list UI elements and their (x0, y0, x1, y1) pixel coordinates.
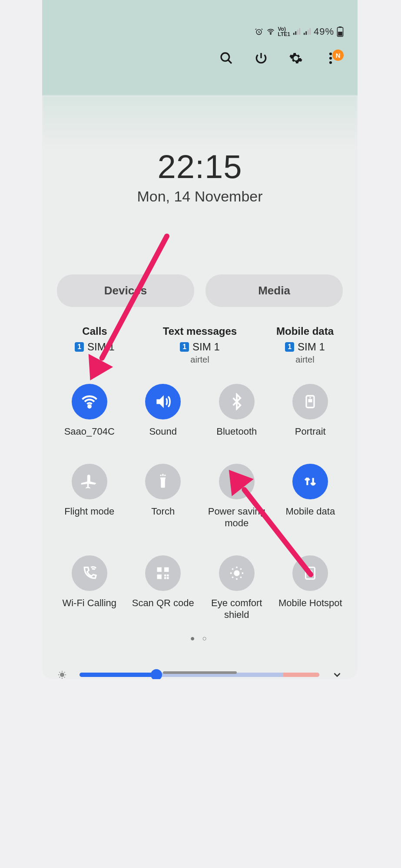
panel-toolbar (56, 50, 344, 66)
tile-wifi-calling[interactable]: Wi-Fi Calling (53, 555, 126, 621)
sim-texts-label: SIM 1 (192, 341, 220, 353)
sim-data-carrier: airtel (252, 355, 358, 365)
torch-icon (145, 464, 181, 499)
battery-percent: 49% (314, 26, 334, 37)
svg-rect-7 (305, 31, 307, 35)
tile-sound[interactable]: Sound (126, 384, 200, 438)
sim-data[interactable]: Mobile data 1SIM 1 airtel (252, 325, 358, 365)
qr-icon (145, 555, 181, 591)
battery-recycle-icon (219, 464, 255, 499)
sim-texts-title: Text messages (147, 325, 252, 337)
hotspot-icon (292, 555, 328, 591)
alarm-icon (255, 27, 263, 36)
tile-hotspot[interactable]: Mobile Hotspot (274, 555, 348, 621)
sim-data-label: SIM 1 (298, 341, 325, 353)
eye-comfort-icon (219, 555, 255, 591)
sim-calls-title: Calls (42, 325, 147, 337)
tab-media[interactable]: Media (205, 274, 343, 307)
tile-flight-mode[interactable]: Flight mode (53, 464, 126, 529)
power-button[interactable] (253, 50, 269, 66)
tile-label: Bluetooth (216, 426, 257, 438)
tile-label: Wi-Fi Calling (62, 597, 116, 609)
wifi-calling-icon (72, 555, 107, 591)
tile-label: Scan QR code (132, 597, 194, 609)
tile-label: Mobile data (285, 505, 335, 518)
mobile-data-icon (292, 464, 328, 499)
sim-chip-icon: 1 (285, 342, 294, 352)
tile-rotation[interactable]: Portrait (274, 384, 348, 438)
signal-icon-1 (293, 28, 301, 36)
clock-time: 22:15 (42, 148, 358, 185)
page-indicator: ● ○ (42, 634, 358, 643)
quick-tiles-grid: Saao_704C Sound Bluetooth Portrait Flig (53, 384, 347, 621)
svg-rect-5 (299, 28, 300, 35)
svg-rect-24 (164, 574, 166, 577)
tile-wifi[interactable]: Saao_704C (53, 384, 126, 438)
svg-point-17 (88, 405, 91, 408)
tile-torch[interactable]: Torch (126, 464, 200, 529)
svg-rect-21 (157, 567, 162, 572)
search-button[interactable] (219, 50, 234, 66)
sim-calls[interactable]: Calls 1SIM 1 (42, 325, 147, 365)
tile-label: Power saving mode (204, 505, 269, 529)
brightness-icon (57, 670, 67, 680)
status-bar-area: Vo)LTE1 49% N (42, 0, 358, 96)
sim-data-title: Mobile data (252, 325, 358, 337)
svg-rect-19 (308, 399, 312, 403)
sim-chip-icon: 1 (180, 342, 189, 352)
svg-rect-22 (164, 567, 169, 572)
svg-point-14 (329, 53, 332, 55)
tile-bluetooth[interactable]: Bluetooth (200, 384, 274, 438)
home-indicator[interactable] (163, 671, 237, 674)
tile-qr[interactable]: Scan QR code (126, 555, 200, 621)
tile-label: Mobile Hotspot (278, 597, 342, 609)
svg-rect-8 (308, 30, 309, 35)
tile-label: Eye comfort shield (204, 597, 269, 621)
tile-label: Sound (149, 426, 177, 438)
svg-rect-27 (167, 574, 169, 577)
svg-point-28 (234, 570, 239, 576)
svg-point-15 (329, 57, 332, 59)
sim-chip-icon: 1 (75, 342, 84, 352)
tile-label: Portrait (295, 426, 326, 438)
settings-button[interactable] (288, 50, 304, 66)
brightness-row (57, 669, 343, 680)
tile-eye-comfort[interactable]: Eye comfort shield (200, 555, 274, 621)
blurred-background (42, 96, 358, 148)
quick-settings-panel: Vo)LTE1 49% N (42, 0, 358, 679)
tile-power-saving[interactable]: Power saving mode (200, 464, 274, 529)
svg-rect-25 (167, 577, 169, 579)
svg-rect-4 (297, 30, 298, 35)
wifi-icon (72, 384, 107, 419)
svg-rect-12 (338, 32, 342, 36)
portrait-icon (292, 384, 328, 419)
clock-date: Mon, 14 November (42, 188, 358, 205)
wifi-icon (266, 27, 275, 36)
sound-icon (145, 384, 181, 419)
tab-devices[interactable]: Devices (57, 274, 194, 307)
sim-texts[interactable]: Text messages 1SIM 1 airtel (147, 325, 252, 365)
tile-label: Torch (151, 505, 175, 518)
output-tabs: Devices Media (57, 274, 343, 307)
expand-brightness[interactable] (331, 669, 343, 680)
tile-mobile-data[interactable]: Mobile data (274, 464, 348, 529)
svg-point-30 (308, 574, 310, 575)
svg-point-13 (221, 53, 229, 61)
svg-rect-26 (164, 577, 166, 579)
svg-rect-2 (293, 33, 295, 35)
clock: 22:15 Mon, 14 November (42, 148, 358, 205)
tile-label: Flight mode (64, 505, 114, 518)
status-bar: Vo)LTE1 49% (56, 26, 344, 37)
airplane-icon (72, 464, 107, 499)
svg-point-16 (329, 61, 332, 64)
svg-rect-9 (309, 28, 311, 35)
tile-label: Saao_704C (64, 426, 115, 438)
sim-texts-carrier: airtel (147, 355, 252, 365)
volte-icon: Vo)LTE1 (278, 26, 290, 37)
svg-rect-23 (157, 574, 162, 579)
notification-badge: N (332, 50, 344, 61)
svg-rect-3 (295, 31, 296, 35)
bluetooth-icon (219, 384, 255, 419)
signal-icon-2 (303, 28, 311, 36)
svg-point-1 (270, 33, 271, 34)
